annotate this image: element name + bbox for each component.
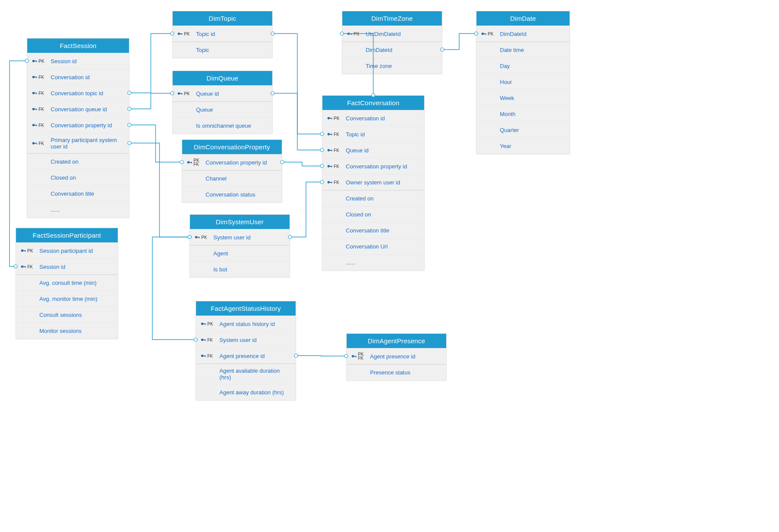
- key-column: PK: [347, 31, 366, 37]
- key-column: FK: [32, 122, 51, 128]
- entity-DimConversationProperty[interactable]: DimConversationPropertyPKFKConversation …: [182, 139, 282, 203]
- entity-row: FKConversation property id: [322, 158, 424, 174]
- entity-row: Day: [476, 58, 570, 74]
- svg-rect-20: [25, 250, 26, 252]
- key-column: PK: [200, 321, 219, 327]
- field-label: Channel: [206, 175, 277, 182]
- field-label: Week: [500, 95, 565, 101]
- field-label: Agent presence id: [219, 353, 291, 359]
- entity-FactConversation[interactable]: FactConversationPKConversation idFKTopic…: [322, 95, 425, 271]
- entity-row: Hour: [476, 74, 570, 90]
- svg-rect-29: [182, 93, 183, 95]
- field-label: Conversation topic id: [51, 90, 125, 97]
- entity-row: Year: [476, 138, 570, 154]
- field-label: Conversation queue id: [51, 106, 125, 113]
- entity-row: Monitor sessions: [16, 322, 118, 339]
- field-label: Agent away duration (hrs): [219, 389, 291, 396]
- entity-row: Avg. consult time (min): [16, 274, 118, 290]
- entity-row: FKConversation id: [27, 69, 129, 85]
- key-column: FK: [20, 264, 39, 270]
- field-label: Conversation Url: [346, 243, 420, 250]
- field-label: Quarter: [500, 127, 565, 133]
- entity-DimAgentPresence[interactable]: DimAgentPresencePKFKAgent presence idPre…: [346, 333, 447, 380]
- field-label: Date time: [500, 47, 565, 53]
- key-column: PK: [327, 115, 346, 121]
- entity-row: Is bot: [190, 261, 290, 277]
- entity-row: ......: [27, 201, 129, 217]
- entity-row: FKTopic id: [322, 126, 424, 142]
- key-icon: [351, 353, 357, 359]
- entity-title: DimQueue: [173, 71, 272, 85]
- entity-row: Quarter: [476, 122, 570, 138]
- entity-row: PKSession id: [27, 53, 129, 69]
- field-label: Conversation title: [51, 190, 125, 197]
- svg-rect-35: [199, 237, 200, 239]
- svg-rect-26: [182, 33, 183, 35]
- field-label: Is omnichannel queue: [196, 123, 268, 129]
- entity-FactAgentStatusHistory[interactable]: FactAgentStatusHistoryPKAgent status his…: [196, 301, 296, 400]
- entity-FactSession[interactable]: FactSessionPKSession idFKConversation id…: [27, 38, 129, 218]
- entity-title: DimTimeZone: [342, 11, 442, 26]
- field-label: Conversation id: [51, 74, 125, 81]
- entity-row: PKSystem user id: [190, 229, 290, 245]
- field-label: Topic: [196, 47, 268, 53]
- key-column: FK: [32, 90, 51, 96]
- entity-title: FactConversation: [322, 96, 424, 110]
- key-icon: [327, 147, 333, 153]
- entity-title: DimTopic: [173, 11, 272, 26]
- entity-row: PKSession participant id: [16, 242, 118, 258]
- svg-rect-38: [205, 323, 206, 325]
- key-column: PK: [194, 234, 213, 240]
- relationship-line: [273, 34, 322, 134]
- field-label: ......: [51, 206, 125, 213]
- field-label: Queue id: [196, 90, 268, 97]
- entity-DimDate[interactable]: DimDatePKDimDateIdDate timeDayHourWeekMo…: [476, 11, 570, 154]
- svg-rect-62: [332, 182, 332, 184]
- entity-title: DimSystemUser: [190, 215, 290, 229]
- key-icon: [200, 353, 206, 359]
- entity-DimQueue[interactable]: DimQueuePKQueue idQueueIs omnichannel qu…: [172, 71, 273, 134]
- key-icon: [327, 179, 333, 185]
- svg-rect-44: [205, 355, 206, 357]
- entity-row: PKFKConversation property id: [182, 154, 282, 170]
- field-label: DimDateId: [366, 47, 438, 53]
- svg-rect-53: [332, 134, 332, 135]
- key-icon: [32, 140, 38, 146]
- entity-DimTopic[interactable]: DimTopicPKTopic idTopic: [172, 11, 273, 58]
- field-label: Session id: [39, 264, 113, 270]
- entity-row: Agent: [190, 245, 290, 261]
- entity-FactSessionParticipant[interactable]: FactSessionParticipantPKSession particip…: [16, 228, 118, 339]
- field-label: Avg. monitor time (min): [39, 296, 113, 302]
- field-label: Agent avaliable duration (hrs): [219, 368, 291, 380]
- svg-rect-5: [36, 77, 37, 78]
- key-icon: [32, 58, 38, 64]
- field-label: System user id: [219, 337, 291, 343]
- field-label: Time zone: [366, 63, 438, 69]
- entity-row: ......: [322, 254, 424, 270]
- entity-row: Conversation Url: [322, 238, 424, 254]
- key-column: FK: [32, 74, 51, 80]
- svg-rect-2: [36, 61, 37, 62]
- entity-row: FKConversation topic id: [27, 85, 129, 101]
- field-label: Owner system user id: [346, 179, 420, 186]
- entity-title: FactAgentStatusHistory: [196, 301, 296, 316]
- entity-row: Queue: [173, 101, 272, 117]
- svg-rect-14: [36, 125, 37, 126]
- field-label: Agent status history id: [219, 321, 291, 327]
- entity-row: PKAgent status history id: [196, 316, 296, 332]
- svg-rect-23: [25, 266, 26, 268]
- entity-row: Channel: [182, 170, 282, 186]
- field-label: Agent presence id: [370, 353, 442, 360]
- entity-row: Created on: [27, 153, 129, 169]
- entity-DimSystemUser[interactable]: DimSystemUserPKSystem user idAgentIs bot: [190, 214, 290, 277]
- svg-rect-65: [356, 356, 357, 358]
- entity-row: Consult sessions: [16, 306, 118, 322]
- field-label: Hour: [500, 79, 565, 85]
- field-label: Created on: [51, 158, 125, 165]
- entity-title: FactSession: [27, 39, 129, 53]
- entity-DimTimeZone[interactable]: DimTimeZonePKUtcDimDateIdDimDateIdTime z…: [342, 11, 442, 74]
- entity-row: Time zone: [342, 58, 442, 74]
- entity-row: FKQueue id: [322, 142, 424, 158]
- svg-rect-56: [332, 150, 332, 152]
- field-label: Conversation property id: [206, 159, 277, 166]
